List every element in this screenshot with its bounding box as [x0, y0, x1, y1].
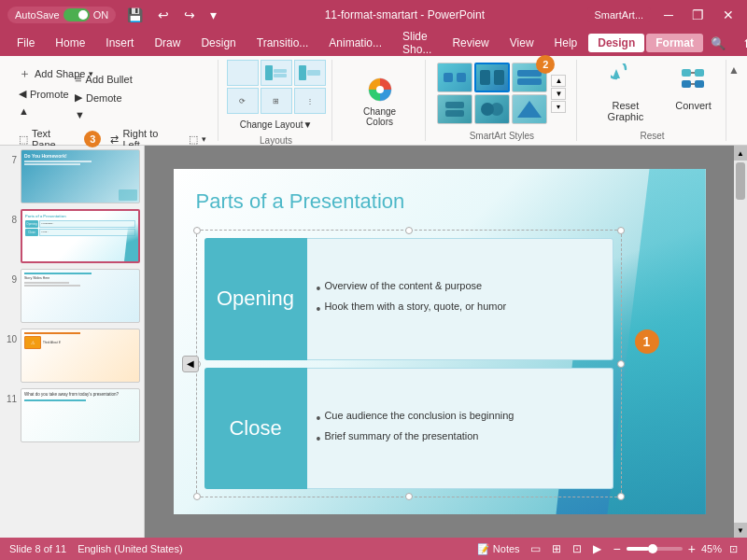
autosave-toggle-area[interactable]: AutoSave ON [7, 7, 116, 23]
add-bullet-icon: ≡ [75, 72, 82, 86]
normal-view-button[interactable]: ▭ [528, 541, 543, 556]
redo-button[interactable]: ↪ [178, 6, 201, 24]
title-bar-left: AutoSave ON 💾 ↩ ↪ ▾ [7, 6, 222, 24]
slide-thumb-10[interactable]: 10 ⚠ Think About It! [4, 329, 140, 383]
customize-button[interactable]: ▾ [204, 6, 222, 24]
layout-opt-5[interactable]: ⊞ [261, 88, 292, 114]
opening-bullet-text-1: Overview of the content & purpose [324, 280, 482, 291]
layout-icon: ⬚ [189, 133, 198, 146]
reading-view-button[interactable]: ⊡ [570, 541, 585, 556]
autosave-toggle[interactable] [63, 8, 90, 21]
opening-bullet-1: • Overview of the content & purpose [317, 280, 603, 297]
style-option-1[interactable] [437, 63, 472, 92]
menu-file[interactable]: File [7, 34, 44, 52]
style-option-6[interactable] [512, 94, 547, 124]
smartart-styles-label: SmartArt Styles [470, 127, 534, 141]
badge-3-wrapper: 3 [84, 131, 101, 147]
slide-thumb-9[interactable]: 9 Story Slides Here [4, 269, 140, 323]
reset-graphic-label: Reset Graphic [594, 100, 657, 122]
reset-graphic-button[interactable]: Reset Graphic [586, 60, 665, 126]
menu-format[interactable]: Format [646, 34, 703, 52]
layout-opt-6[interactable]: ⋮ [294, 88, 326, 114]
svg-point-11 [490, 103, 503, 116]
expand-left-arrow[interactable]: ◀ [182, 356, 199, 372]
scrollbar-thumb[interactable] [736, 162, 745, 200]
style-option-5[interactable] [474, 94, 510, 124]
restore-button[interactable]: ❐ [686, 6, 710, 24]
menu-design-tab[interactable]: Design [588, 34, 644, 52]
slide-thumb-8[interactable]: 8 Parts of a Presentation Opening • Over… [4, 209, 140, 263]
fit-slide-button[interactable]: ⊡ [729, 543, 738, 555]
scroll-down-btn[interactable]: ▼ [734, 523, 747, 538]
menu-animations[interactable]: Animatio... [319, 34, 391, 52]
text-pane-icon: ⬚ [19, 133, 28, 146]
zoom-slider[interactable] [627, 547, 683, 551]
menu-view[interactable]: View [500, 34, 543, 52]
scrollbar-track [734, 161, 747, 523]
promote-icon: ◀ [19, 88, 26, 100]
layout-dropdown-button[interactable]: ⬚ ▾ [185, 132, 210, 147]
slide-num-7: 7 [4, 155, 17, 165]
demote-button[interactable]: ▶ Demote [71, 90, 210, 105]
slideshow-button[interactable]: ▶ [590, 541, 604, 556]
zoom-out-button[interactable]: − [612, 541, 623, 556]
close-content: • Cue audience the conclusion is beginni… [307, 368, 613, 490]
title-bar-right: SmartArt... ─ ❐ ✕ [587, 6, 740, 24]
bullet-dot-4: • [317, 430, 321, 447]
menu-design[interactable]: Design [191, 34, 245, 52]
close-button[interactable]: ✕ [717, 6, 740, 24]
color-palette-icon [365, 75, 395, 105]
svg-rect-7 [517, 78, 542, 85]
slide-thumb-img-10: ⚠ Think About It! [21, 329, 140, 383]
reset-group: Reset Graphic Convert Reset [579, 60, 726, 141]
style-option-2[interactable] [474, 63, 510, 92]
zoom-in-button[interactable]: + [686, 541, 698, 556]
menu-bar: File Home Insert Draw Design Transitio..… [0, 30, 747, 56]
scroll-down-button[interactable]: ▼ [551, 88, 566, 100]
layout-opt-3[interactable] [294, 60, 326, 86]
scroll-up-btn[interactable]: ▲ [734, 146, 747, 161]
style-option-4[interactable] [437, 94, 472, 124]
layout-opt-4[interactable]: ⟳ [227, 88, 259, 114]
save-button[interactable]: 💾 [121, 6, 148, 24]
expand-button[interactable]: ▾ [551, 101, 566, 113]
move-down-button[interactable]: ▼ [71, 107, 210, 122]
vertical-scrollbar[interactable]: ▲ ▼ [734, 146, 747, 538]
style-options-wrapper: 2 [437, 63, 547, 124]
slide-sorter-button[interactable]: ⊞ [549, 541, 564, 556]
search-icon[interactable]: 🔍 [705, 35, 731, 52]
menu-review[interactable]: Review [443, 34, 498, 52]
demote-icon: ▶ [75, 91, 82, 104]
slide-num-8: 8 [4, 215, 17, 225]
notes-button[interactable]: 📝 Notes [477, 543, 520, 555]
add-bullet-button[interactable]: ≡ Add Bullet [71, 70, 210, 88]
undo-button[interactable]: ↩ [152, 6, 175, 24]
bullet-dot-1: • [317, 280, 321, 297]
menu-help[interactable]: Help [545, 34, 587, 52]
convert-button[interactable]: Convert [669, 60, 718, 126]
menu-search-area: 🔍 ⬆ 💬 [705, 35, 747, 52]
layouts-label: Layouts [260, 132, 292, 146]
canvas-wrapper: Parts of a Presentation ◀ [145, 146, 747, 538]
status-right: 📝 Notes ▭ ⊞ ⊡ ▶ − + 45% ⊡ [477, 541, 738, 556]
layout-opt-2[interactable] [261, 60, 292, 86]
slide-thumb-7[interactable]: 7 Do You Homework! [4, 149, 140, 203]
svg-rect-15 [695, 69, 704, 77]
layout-opt-1[interactable] [227, 60, 259, 86]
ribbon-collapse-button[interactable]: ▲ [728, 63, 740, 77]
change-layout-button[interactable]: Change Layout▼ [236, 118, 317, 132]
share-button[interactable]: ⬆ [737, 35, 747, 52]
menu-slideshow[interactable]: Slide Sho... [393, 27, 441, 59]
menu-draw[interactable]: Draw [145, 34, 190, 52]
smartart-tab-label: SmartArt... [587, 7, 652, 22]
smartart-styles-group: 2 [428, 60, 577, 141]
minimize-button[interactable]: ─ [658, 6, 679, 24]
smartart-container[interactable]: ◀ Opening • Overview of the content & pu… [196, 230, 622, 497]
reset-label: Reset [640, 127, 664, 141]
scroll-up-button[interactable]: ▲ [551, 75, 566, 87]
menu-transitions[interactable]: Transitio... [247, 34, 318, 52]
menu-home[interactable]: Home [46, 34, 94, 52]
menu-insert[interactable]: Insert [96, 34, 143, 52]
change-colors-button[interactable]: Change Colors [342, 71, 417, 131]
slide-thumb-11[interactable]: 11 What do you take away from today's pr… [4, 388, 140, 442]
